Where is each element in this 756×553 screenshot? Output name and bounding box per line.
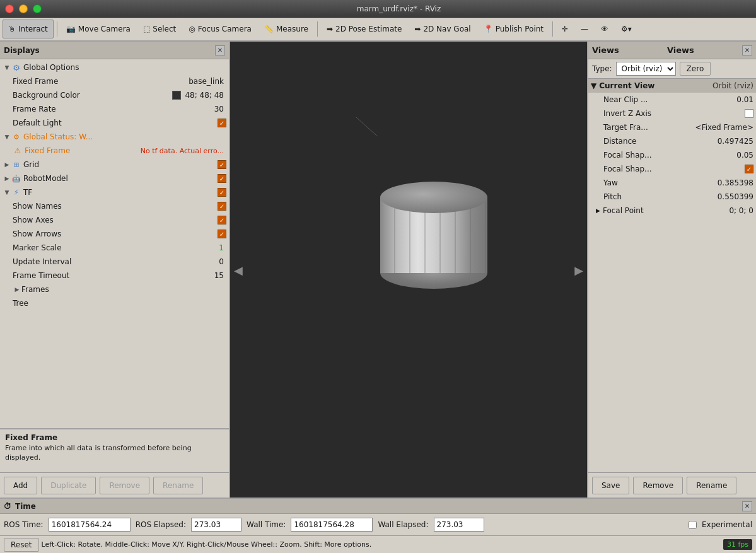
- settings-button[interactable]: ⚙▾: [615, 20, 637, 38]
- robot-model-checkbox[interactable]: [218, 174, 226, 183]
- duplicate-button[interactable]: Duplicate: [41, 477, 96, 494]
- toolbar-separator-2: [317, 21, 318, 37]
- views-close-button[interactable]: ✕: [742, 45, 752, 55]
- fps-badge: 31 fps: [723, 539, 752, 550]
- robot-model-icon: 🤖: [11, 173, 21, 183]
- select-button[interactable]: ⬚ Select: [137, 20, 182, 38]
- rename-button[interactable]: Rename: [153, 477, 203, 494]
- pose-estimate-button[interactable]: ➡ 2D Pose Estimate: [321, 20, 407, 38]
- focal-shape-2-label: Focal Shap...: [603, 165, 745, 173]
- wall-elapsed-input[interactable]: [434, 518, 484, 532]
- views-save-button[interactable]: Save: [592, 477, 629, 494]
- viewport[interactable]: ◀ ▶: [230, 42, 587, 498]
- invert-z-checkbox[interactable]: [745, 109, 753, 118]
- default-light-checkbox[interactable]: [218, 119, 226, 127]
- show-arrows-checkbox[interactable]: [218, 230, 226, 238]
- minus-button[interactable]: —: [575, 20, 594, 38]
- tree-item-show-arrows[interactable]: Show Arrows: [0, 227, 229, 241]
- ros-elapsed-input[interactable]: [191, 518, 241, 532]
- publish-icon: 📍: [484, 25, 493, 33]
- tree-item-update-interval[interactable]: Update Interval 0: [0, 255, 229, 269]
- show-axes-checkbox[interactable]: [218, 216, 226, 224]
- views-remove-button[interactable]: Remove: [633, 477, 683, 494]
- nav-icon: ➡: [414, 25, 421, 33]
- tree-item-default-light[interactable]: Default Light: [0, 116, 229, 130]
- tree-item-fixed-frame-error[interactable]: ⚠ Fixed Frame No tf data. Actual erro...: [0, 144, 229, 158]
- tree-item-frames[interactable]: ▶ Frames: [0, 282, 229, 296]
- tree-item-show-names[interactable]: Show Names: [0, 199, 229, 213]
- toolbar-separator-3: [552, 21, 553, 37]
- views-row-pitch: Pitch 0.550399: [588, 190, 756, 204]
- bg-color-label: Background Color: [13, 91, 172, 100]
- nav-goal-button[interactable]: ➡ 2D Nav Goal: [409, 20, 476, 38]
- views-row-focal-point: ▶ Focal Point 0; 0; 0: [588, 204, 756, 218]
- show-names-checkbox[interactable]: [218, 202, 226, 211]
- plus-button[interactable]: ✛: [556, 20, 574, 38]
- maximize-button[interactable]: [33, 4, 42, 13]
- window-title: marm_urdf.rviz* - RViz: [47, 4, 751, 13]
- tree-item-global-status[interactable]: ▼ ⚙ Global Status: W...: [0, 130, 229, 144]
- pitch-label: Pitch: [603, 192, 718, 201]
- bg-color-value: 48; 48; 48: [185, 91, 224, 100]
- tree-item-frame-timeout[interactable]: Frame Timeout 15: [0, 269, 229, 282]
- eye-button[interactable]: 👁: [595, 20, 614, 38]
- measure-icon: 📏: [264, 25, 274, 33]
- publish-point-button[interactable]: 📍 Publish Point: [478, 20, 549, 38]
- bg-color-swatch: [172, 91, 181, 100]
- interact-label: Interact: [18, 25, 48, 33]
- focal-shape-1-value: 0.05: [736, 151, 753, 160]
- tree-item-grid[interactable]: ▶ ⊞ Grid: [0, 158, 229, 172]
- focus-camera-button[interactable]: ◎ Focus Camera: [183, 20, 257, 38]
- grid-checkbox[interactable]: [218, 160, 226, 169]
- tf-checkbox[interactable]: [218, 188, 226, 197]
- ros-time-input[interactable]: [49, 518, 131, 532]
- tree-item-tree[interactable]: Tree: [0, 296, 229, 310]
- focal-point-label: Focal Point: [603, 206, 729, 215]
- close-button[interactable]: [5, 4, 14, 13]
- tree-item-marker-scale[interactable]: Marker Scale 1: [0, 241, 229, 255]
- zero-button[interactable]: Zero: [680, 62, 711, 76]
- minimize-button[interactable]: [19, 4, 28, 13]
- svg-line-2: [356, 117, 419, 136]
- viewport-arrow-left[interactable]: ◀: [231, 260, 245, 279]
- nav-label: 2D Nav Goal: [423, 25, 470, 33]
- remove-button[interactable]: Remove: [100, 477, 149, 494]
- displays-close-button[interactable]: ✕: [215, 45, 225, 55]
- viewport-arrow-right[interactable]: ▶: [572, 260, 586, 279]
- show-names-label: Show Names: [13, 202, 218, 211]
- marker-scale-label: Marker Scale: [13, 243, 219, 252]
- tree-item-tf[interactable]: ▼ ⚡ TF: [0, 185, 229, 199]
- views-rename-button[interactable]: Rename: [687, 477, 736, 494]
- focal-shape-2-checkbox[interactable]: [745, 165, 753, 173]
- add-button[interactable]: Add: [4, 477, 37, 494]
- tree-item-robot-model[interactable]: ▶ 🤖 RobotModel: [0, 172, 229, 185]
- info-description: Frame into which all data is transformed…: [5, 443, 224, 463]
- tf-icon: ⚡: [11, 187, 21, 197]
- distance-value: 0.497425: [718, 137, 753, 146]
- default-light-label: Default Light: [13, 119, 218, 127]
- experimental-checkbox[interactable]: [689, 521, 697, 529]
- views-row-distance: Distance 0.497425: [588, 134, 756, 148]
- left-panel: Displays ✕ ▼ ⚙ Global Options Fixed Fram…: [0, 42, 230, 498]
- reset-button[interactable]: Reset: [4, 538, 39, 552]
- target-frame-value: <Fixed Frame>: [695, 123, 753, 132]
- wall-time-label: Wall Time:: [247, 520, 286, 529]
- measure-button[interactable]: 📏 Measure: [259, 20, 314, 38]
- show-arrows-label: Show Arrows: [13, 230, 218, 238]
- displays-tree[interactable]: ▼ ⚙ Global Options Fixed Frame base_link…: [0, 59, 229, 428]
- hint-bar: Reset Left-Click: Rotate. Middle-Click: …: [0, 535, 756, 553]
- tree-item-global-options[interactable]: ▼ ⚙ Global Options: [0, 61, 229, 74]
- views-title: Views: [592, 45, 619, 55]
- tree-item-bg-color[interactable]: Background Color 48; 48; 48: [0, 88, 229, 102]
- move-camera-button[interactable]: 📷 Move Camera: [61, 20, 136, 38]
- time-close-button[interactable]: ✕: [742, 501, 752, 511]
- tree-item-frame-rate[interactable]: Frame Rate 30: [0, 102, 229, 116]
- tree-item-show-axes[interactable]: Show Axes: [0, 213, 229, 227]
- wall-time-input[interactable]: [291, 518, 373, 532]
- interact-button[interactable]: 🖱 Interact: [3, 20, 54, 38]
- invert-z-label: Invert Z Axis: [603, 109, 745, 118]
- select-label: Select: [153, 25, 176, 33]
- views-type-select[interactable]: Orbit (rviz): [616, 62, 676, 76]
- tree-item-fixed-frame[interactable]: Fixed Frame base_link: [0, 74, 229, 88]
- current-view-section: ▼ Current View Orbit (rviz): [588, 79, 756, 93]
